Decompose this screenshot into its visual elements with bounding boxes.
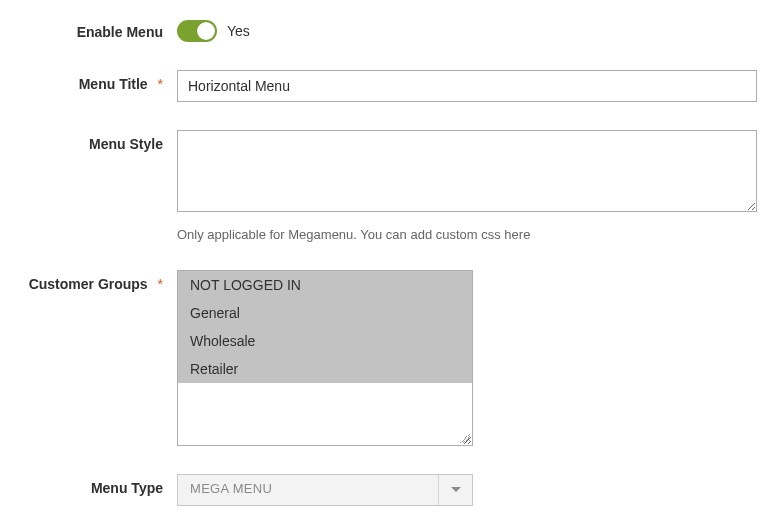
- label-customer-groups: Customer Groups *: [12, 270, 177, 292]
- row-customer-groups: Customer Groups * NOT LOGGED IN General …: [12, 270, 761, 446]
- label-text: Menu Type: [91, 480, 163, 496]
- field-enable-menu: Yes: [177, 18, 761, 42]
- label-enable-menu: Enable Menu: [12, 18, 177, 40]
- toggle-knob: [197, 22, 215, 40]
- menu-style-textarea[interactable]: [177, 130, 757, 212]
- required-marker: *: [158, 76, 163, 92]
- label-text: Enable Menu: [77, 24, 163, 40]
- label-menu-style: Menu Style: [12, 130, 177, 152]
- row-menu-title: Menu Title *: [12, 70, 761, 102]
- field-menu-style: Only applicable for Megamenu. You can ad…: [177, 130, 761, 242]
- customer-groups-option[interactable]: Retailer: [178, 355, 472, 383]
- enable-menu-toggle[interactable]: [177, 20, 217, 42]
- menu-type-value: MEGA MENU: [178, 475, 438, 505]
- menu-style-hint: Only applicable for Megamenu. You can ad…: [177, 227, 761, 242]
- row-enable-menu: Enable Menu Yes: [12, 18, 761, 42]
- label-menu-type: Menu Type: [12, 474, 177, 496]
- field-customer-groups: NOT LOGGED IN General Wholesale Retailer: [177, 270, 761, 446]
- customer-groups-option[interactable]: General: [178, 299, 472, 327]
- label-menu-title: Menu Title *: [12, 70, 177, 92]
- customer-groups-option[interactable]: NOT LOGGED IN: [178, 271, 472, 299]
- field-menu-type: MEGA MENU: [177, 474, 761, 506]
- enable-menu-value: Yes: [227, 23, 250, 39]
- label-text: Menu Title: [79, 76, 148, 92]
- label-text: Menu Style: [89, 136, 163, 152]
- row-menu-style: Menu Style Only applicable for Megamenu.…: [12, 130, 761, 242]
- toggle-wrap: Yes: [177, 18, 761, 42]
- menu-title-input[interactable]: [177, 70, 757, 102]
- menu-type-select[interactable]: MEGA MENU: [177, 474, 473, 506]
- customer-groups-multiselect[interactable]: NOT LOGGED IN General Wholesale Retailer: [177, 270, 473, 446]
- customer-groups-option[interactable]: Wholesale: [178, 327, 472, 355]
- chevron-down-icon: [438, 475, 472, 505]
- label-text: Customer Groups: [29, 276, 148, 292]
- required-marker: *: [158, 276, 163, 292]
- field-menu-title: [177, 70, 761, 102]
- row-menu-type: Menu Type MEGA MENU: [12, 474, 761, 506]
